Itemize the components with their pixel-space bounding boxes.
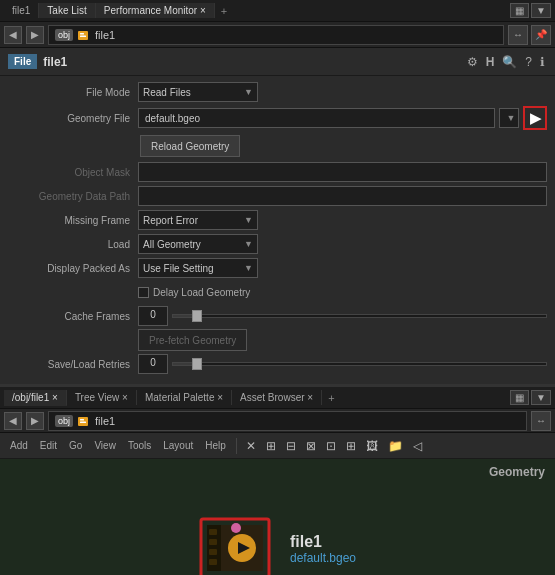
- toolbar-view[interactable]: View: [90, 439, 120, 452]
- path-file1: file1: [95, 29, 115, 41]
- tool-icon-8[interactable]: 📁: [385, 438, 406, 454]
- header-title: file1: [43, 55, 67, 69]
- file-mode-label: File Mode: [8, 87, 138, 98]
- object-mask-input[interactable]: [138, 162, 547, 182]
- save-load-value[interactable]: 0: [138, 354, 168, 374]
- options-btn[interactable]: ▼: [531, 3, 551, 18]
- geo-node-icon: [199, 515, 274, 575]
- load-control: All Geometry ▼: [138, 234, 547, 254]
- cache-frames-value[interactable]: 0: [138, 306, 168, 326]
- object-mask-label: Object Mask: [8, 167, 138, 178]
- cache-frames-control: 0: [138, 306, 547, 326]
- search-icon[interactable]: 🔍: [500, 53, 519, 71]
- missing-frame-label: Missing Frame: [8, 215, 138, 226]
- tab-obj-file1[interactable]: /obj/file1 ×: [4, 390, 67, 406]
- toolbar-layout[interactable]: Layout: [159, 439, 197, 452]
- svg-point-15: [231, 523, 241, 533]
- file-mode-control: Read Files ▼: [138, 82, 547, 102]
- save-load-row: Save/Load Retries 0: [0, 352, 555, 376]
- load-dropdown[interactable]: All Geometry ▼: [138, 234, 258, 254]
- bottom-back-btn[interactable]: ◀: [4, 412, 22, 430]
- layout-btn[interactable]: ▦: [510, 3, 529, 18]
- tool-icon-4[interactable]: ⊠: [303, 438, 319, 454]
- svg-rect-12: [209, 559, 217, 565]
- pin-icon[interactable]: 📌: [531, 25, 551, 45]
- tool-icon-2[interactable]: ⊞: [263, 438, 279, 454]
- redirect-button[interactable]: ▶: [523, 106, 547, 130]
- tab-take-list[interactable]: Take List: [39, 3, 95, 18]
- svg-rect-11: [209, 549, 217, 555]
- display-packed-dropdown[interactable]: Use File Setting ▼: [138, 258, 258, 278]
- display-packed-control: Use File Setting ▼: [138, 258, 547, 278]
- svg-rect-1: [80, 33, 84, 35]
- tool-icon-7[interactable]: 🖼: [363, 438, 381, 454]
- bottom-sync-icon[interactable]: ↔: [531, 411, 551, 431]
- bottom-layout-btn[interactable]: ▦: [510, 390, 529, 405]
- tab-performance-monitor[interactable]: Performance Monitor ×: [96, 3, 215, 18]
- geometry-data-path-label: Geometry Data Path: [8, 191, 138, 202]
- info-icon[interactable]: ℹ: [538, 53, 547, 71]
- geometry-data-path-control: [138, 186, 547, 206]
- forward-button[interactable]: ▶: [26, 26, 44, 44]
- toolbar-tools[interactable]: Tools: [124, 439, 155, 452]
- bottom-path-box: obj file1: [48, 411, 527, 431]
- tool-icon-6[interactable]: ⊞: [343, 438, 359, 454]
- save-load-slider[interactable]: [172, 362, 547, 366]
- tool-icon-5[interactable]: ⊡: [323, 438, 339, 454]
- toolbar-edit[interactable]: Edit: [36, 439, 61, 452]
- geometry-file-input[interactable]: [138, 108, 495, 128]
- tab-file1[interactable]: file1: [4, 3, 39, 18]
- svg-rect-2: [80, 35, 86, 37]
- prefetch-button[interactable]: Pre-fetch Geometry: [138, 329, 247, 351]
- bottom-tab-add[interactable]: +: [322, 390, 340, 406]
- geometry-file-control: ▼ ▶: [138, 106, 547, 130]
- tool-icon-9[interactable]: ◁: [410, 438, 425, 454]
- delay-load-row: Delay Load Geometry: [0, 280, 555, 304]
- prefetch-control: Pre-fetch Geometry: [138, 329, 547, 351]
- tab-add-button[interactable]: +: [215, 3, 233, 19]
- delay-load-checkbox-label[interactable]: Delay Load Geometry: [138, 287, 250, 298]
- delay-load-checkbox[interactable]: [138, 287, 149, 298]
- bottom-options-btn[interactable]: ▼: [531, 390, 551, 405]
- bottom-forward-btn[interactable]: ▶: [26, 412, 44, 430]
- bottom-tab-bar: /obj/file1 × Tree View × Material Palett…: [0, 387, 555, 409]
- geo-name: file1: [290, 533, 356, 551]
- bottom-address-bar: ◀ ▶ obj file1 ↔: [0, 409, 555, 433]
- geometry-data-path-input[interactable]: [138, 186, 547, 206]
- toolbar-go[interactable]: Go: [65, 439, 86, 452]
- back-button[interactable]: ◀: [4, 26, 22, 44]
- h-icon[interactable]: H: [484, 53, 497, 71]
- cache-frames-slider[interactable]: [172, 314, 547, 318]
- file-mode-dropdown[interactable]: Read Files ▼: [138, 82, 258, 102]
- object-mask-control: [138, 162, 547, 182]
- toolbar-sep: [236, 438, 237, 454]
- gear-icon[interactable]: ⚙: [465, 53, 480, 71]
- svg-rect-4: [80, 419, 84, 421]
- svg-rect-9: [209, 529, 217, 535]
- top-tab-bar: file1 Take List Performance Monitor × + …: [0, 0, 555, 22]
- missing-frame-dropdown[interactable]: Report Error ▼: [138, 210, 258, 230]
- tab-material-palette[interactable]: Material Palette ×: [137, 390, 232, 405]
- tool-icon-1[interactable]: ✕: [243, 438, 259, 454]
- main-content: File Mode Read Files ▼ Geometry File ▼ ▶…: [0, 76, 555, 380]
- save-load-label: Save/Load Retries: [8, 359, 138, 370]
- missing-frame-row: Missing Frame Report Error ▼: [0, 208, 555, 232]
- question-icon[interactable]: ?: [523, 53, 534, 71]
- file-mode-row: File Mode Read Files ▼: [0, 80, 555, 104]
- toolbar-add[interactable]: Add: [6, 439, 32, 452]
- tab-tree-view[interactable]: Tree View ×: [67, 390, 137, 405]
- sync-icon[interactable]: ↔: [508, 25, 528, 45]
- tab-asset-browser[interactable]: Asset Browser ×: [232, 390, 322, 405]
- reload-geometry-button[interactable]: Reload Geometry: [140, 135, 240, 157]
- geometry-file-dropdown[interactable]: ▼: [499, 108, 519, 128]
- path-box: obj file1: [48, 25, 504, 45]
- viewport: Geometry: [0, 459, 555, 575]
- tool-icon-3[interactable]: ⊟: [283, 438, 299, 454]
- geo-info-container: file1 default.bgeo: [199, 515, 356, 575]
- toolbar-help[interactable]: Help: [201, 439, 230, 452]
- geometry-file-row: Geometry File ▼ ▶: [0, 104, 555, 132]
- cache-frames-label: Cache Frames: [8, 311, 138, 322]
- prefetch-row: Pre-fetch Geometry: [0, 328, 555, 352]
- bottom-file-icon: [77, 415, 91, 427]
- viewport-label: Geometry: [489, 465, 545, 479]
